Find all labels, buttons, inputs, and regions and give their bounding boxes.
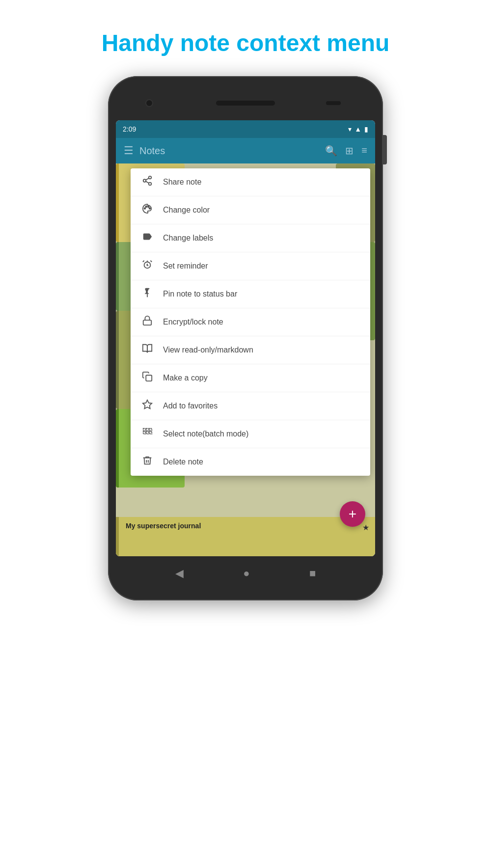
bottom-note-star-icon: ★: [362, 523, 369, 532]
menu-item-label-make-copy: Make a copy: [163, 374, 208, 382]
palette-icon: [140, 203, 154, 217]
camera-dot: [145, 99, 153, 107]
app-toolbar: ☰ Notes 🔍 ⊞ ≡: [116, 138, 375, 163]
front-sensor: [326, 101, 341, 105]
battery-icon: ▮: [364, 125, 368, 133]
phone-top: [116, 86, 375, 120]
book-icon: [140, 343, 154, 357]
copy-icon: [140, 371, 154, 385]
share-icon: [140, 175, 154, 189]
trash-icon: [140, 455, 154, 469]
svg-point-2: [149, 183, 152, 186]
page-title: Handy note context menu: [82, 29, 409, 56]
svg-marker-16: [143, 400, 152, 408]
context-menu: Share noteChange colorChange labelsSet r…: [131, 168, 370, 476]
menu-item-label-encrypt-note: Encrypt/lock note: [163, 318, 223, 326]
menu-item-change-color[interactable]: Change color: [131, 196, 370, 224]
fab-add-button[interactable]: +: [340, 501, 365, 527]
nav-recent-button[interactable]: ■: [309, 567, 316, 580]
sort-icon[interactable]: ≡: [361, 145, 367, 157]
svg-point-7: [148, 206, 149, 208]
svg-point-5: [144, 208, 146, 209]
menu-item-label-set-reminder: Set reminder: [163, 262, 208, 271]
svg-rect-20: [143, 432, 146, 434]
menu-item-label-share-note: Share note: [163, 178, 201, 187]
pin-icon: [140, 287, 154, 301]
svg-rect-21: [146, 432, 149, 434]
svg-rect-18: [146, 429, 149, 431]
svg-point-0: [149, 176, 152, 179]
menu-item-view-readonly[interactable]: View read-only/markdown: [131, 336, 370, 364]
lock-icon: [140, 315, 154, 329]
hamburger-menu-icon[interactable]: ☰: [124, 144, 134, 157]
svg-rect-22: [150, 432, 152, 434]
menu-item-make-copy[interactable]: Make a copy: [131, 364, 370, 392]
signal-icon: ▲: [355, 125, 361, 133]
menu-item-set-reminder[interactable]: Set reminder: [131, 252, 370, 280]
menu-item-share-note[interactable]: Share note: [131, 168, 370, 196]
menu-item-encrypt-note[interactable]: Encrypt/lock note: [131, 308, 370, 336]
status-bar: 2:09 ▾ ▲ ▮: [116, 120, 375, 138]
search-icon[interactable]: 🔍: [325, 145, 337, 157]
alarm-add-icon: [140, 259, 154, 273]
volume-button[interactable]: [383, 135, 387, 164]
nav-home-button[interactable]: ●: [243, 567, 249, 580]
batch-icon: [140, 427, 154, 441]
phone-screen: 2:09 ▾ ▲ ▮ ☰ Notes 🔍 ⊞ ≡: [116, 120, 375, 556]
phone-nav-bar: ◀ ● ■: [116, 556, 375, 591]
menu-item-label-pin-note: Pin note to status bar: [163, 290, 237, 298]
menu-item-label-view-readonly: View read-only/markdown: [163, 346, 253, 354]
svg-line-3: [146, 181, 149, 183]
svg-point-1: [143, 179, 146, 182]
menu-item-select-batch[interactable]: Select note(batch mode): [131, 420, 370, 448]
menu-item-label-change-labels: Change labels: [163, 234, 213, 243]
menu-item-label-add-favorites: Add to favorites: [163, 402, 218, 410]
menu-item-pin-note[interactable]: Pin note to status bar: [131, 280, 370, 308]
bottom-note-title: My supersecret journal: [126, 522, 368, 530]
toolbar-title: Notes: [139, 145, 319, 157]
menu-item-delete-note[interactable]: Delete note: [131, 448, 370, 476]
svg-point-6: [145, 206, 147, 208]
wifi-icon: ▾: [348, 125, 352, 133]
svg-rect-15: [146, 375, 152, 381]
menu-item-change-labels[interactable]: Change labels: [131, 224, 370, 252]
grid-view-icon[interactable]: ⊞: [345, 145, 354, 157]
status-time: 2:09: [123, 125, 136, 133]
svg-line-4: [146, 178, 149, 180]
svg-point-8: [149, 208, 151, 209]
nav-back-button[interactable]: ◀: [175, 567, 184, 580]
label-icon: [140, 231, 154, 245]
notes-background: ★ ★ Share noteChange colorChange labelsS…: [116, 163, 375, 556]
svg-rect-17: [143, 429, 146, 431]
menu-item-add-favorites[interactable]: Add to favorites: [131, 392, 370, 420]
star-icon: [140, 399, 154, 413]
svg-rect-19: [150, 429, 152, 431]
speaker-bar: [216, 101, 275, 106]
svg-rect-14: [143, 320, 152, 325]
menu-item-label-change-color: Change color: [163, 206, 210, 215]
toolbar-icons: 🔍 ⊞ ≡: [325, 145, 367, 157]
menu-item-label-delete-note: Delete note: [163, 458, 203, 466]
bottom-note-card: My supersecret journal ★: [116, 517, 375, 556]
phone-shell: 2:09 ▾ ▲ ▮ ☰ Notes 🔍 ⊞ ≡: [108, 76, 383, 600]
status-icons: ▾ ▲ ▮: [348, 125, 368, 133]
menu-item-label-select-batch: Select note(batch mode): [163, 430, 248, 438]
